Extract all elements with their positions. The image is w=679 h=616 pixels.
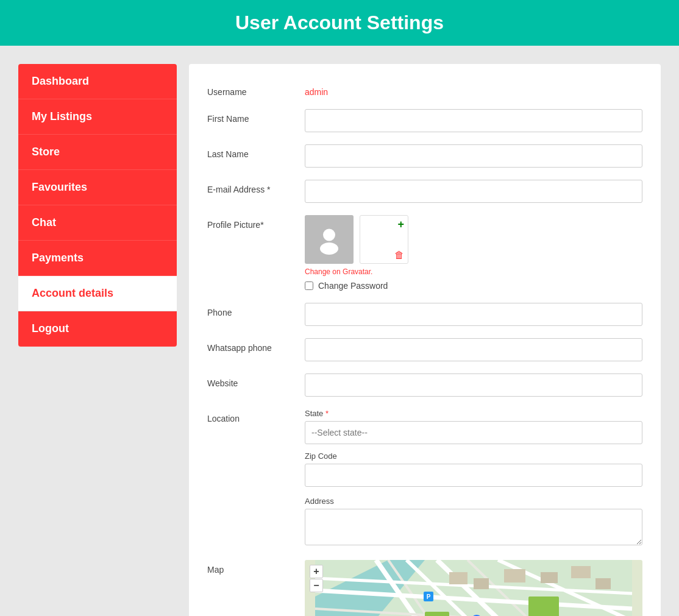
zip-input[interactable] [305, 464, 642, 487]
whatsapp-label: Whatsapp phone [207, 338, 305, 353]
svg-rect-13 [528, 597, 559, 616]
whatsapp-input[interactable] [305, 338, 642, 361]
phone-row: Phone [207, 303, 642, 326]
map-label: Map [207, 560, 305, 575]
sidebar-item-store[interactable]: Store [18, 135, 177, 170]
website-input[interactable] [305, 373, 642, 397]
upload-box[interactable]: + 🗑 [360, 215, 408, 264]
phone-label: Phone [207, 303, 305, 317]
profile-picture-label: Profile Picture* [207, 215, 305, 230]
person-icon [314, 224, 344, 255]
phone-input[interactable] [305, 303, 642, 326]
website-label: Website [207, 373, 305, 388]
svg-rect-17 [504, 569, 525, 582]
last-name-label: Last Name [207, 144, 305, 159]
username-row: Username admin [207, 82, 642, 97]
sidebar-item-payments[interactable]: Payments [18, 241, 177, 276]
sidebar-item-account-details[interactable]: Account details [18, 276, 177, 311]
svg-rect-20 [595, 578, 611, 589]
email-row: E-mail Address * [207, 180, 642, 203]
email-input[interactable] [305, 180, 642, 203]
zoom-out-button[interactable]: − [310, 579, 323, 592]
username-label: Username [207, 82, 305, 97]
state-select[interactable]: --Select state-- [305, 421, 642, 444]
gravatar-link[interactable]: Change on Gravatar. [305, 267, 642, 276]
state-label: State * [305, 409, 642, 418]
svg-rect-19 [571, 566, 591, 578]
map-row: Map [207, 560, 642, 616]
sidebar-item-dashboard[interactable]: Dashboard [18, 64, 177, 99]
address-label: Address [305, 497, 642, 506]
location-label: Location [207, 409, 305, 423]
sidebar: Dashboard My Listings Store Favourites C… [18, 64, 177, 616]
svg-point-1 [320, 243, 338, 255]
header: User Account Settings [0, 0, 679, 46]
delete-icon[interactable]: 🗑 [394, 250, 404, 261]
sidebar-item-chat[interactable]: Chat [18, 205, 177, 241]
content-panel: Username admin First Name Last Name E-ma… [189, 64, 661, 616]
state-required-star: * [325, 409, 329, 418]
location-row: Location State * --Select state-- Zip Co… [207, 409, 642, 548]
address-input[interactable] [305, 509, 642, 545]
upload-plus-icon[interactable]: + [397, 218, 404, 231]
profile-picture-row: Profile Picture* + 🗑 Change on Gravatar. [207, 215, 642, 291]
svg-text:P: P [427, 593, 431, 600]
email-label: E-mail Address * [207, 180, 305, 194]
website-row: Website [207, 373, 642, 397]
avatar [305, 215, 354, 264]
first-name-input[interactable] [305, 109, 642, 132]
whatsapp-row: Whatsapp phone [207, 338, 642, 361]
change-password-label: Change Password [318, 281, 388, 291]
svg-point-0 [323, 229, 335, 241]
svg-rect-15 [449, 572, 467, 584]
sidebar-item-my-listings[interactable]: My Listings [18, 99, 177, 135]
username-value: admin [305, 82, 642, 97]
profile-picture-area: + 🗑 [305, 215, 642, 264]
sidebar-item-logout[interactable]: Logout [18, 311, 177, 347]
sidebar-item-favourites[interactable]: Favourites [18, 170, 177, 205]
svg-rect-18 [541, 572, 558, 583]
first-name-label: First Name [207, 109, 305, 124]
change-password-checkbox[interactable] [305, 281, 313, 290]
zip-label: Zip Code [305, 451, 642, 461]
map-zoom-controls: + − [310, 565, 323, 592]
first-name-row: First Name [207, 109, 642, 132]
change-password-row: Change Password [305, 281, 642, 291]
map-svg: P P [305, 560, 642, 616]
zoom-in-button[interactable]: + [310, 565, 323, 578]
map-container: P P + − [305, 560, 642, 616]
svg-rect-14 [425, 612, 449, 616]
page-title: User Account Settings [235, 12, 444, 34]
last-name-input[interactable] [305, 144, 642, 168]
svg-rect-16 [474, 578, 489, 589]
last-name-row: Last Name [207, 144, 642, 168]
